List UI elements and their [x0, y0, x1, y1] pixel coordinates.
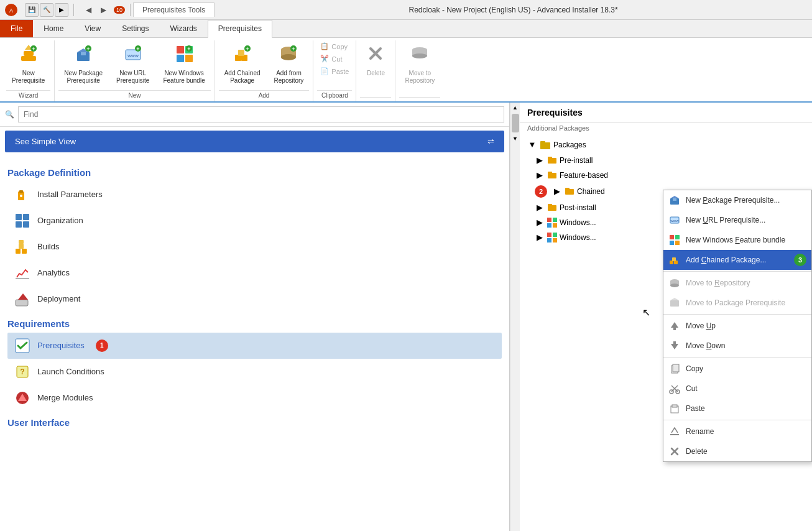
- merge-modules-label: Merge Modules: [37, 393, 93, 402]
- scroll-thumb[interactable]: [512, 114, 519, 132]
- postinstall-label: Post-install: [560, 203, 596, 212]
- nav-analytics[interactable]: Analytics: [7, 260, 502, 286]
- feature-based-icon: [547, 170, 557, 180]
- tab-home[interactable]: Home: [33, 20, 74, 37]
- wizard-buttons: + NewPrerequisite: [6, 40, 50, 90]
- separator-2: [130, 4, 131, 16]
- ctx-move-to-package[interactable]: Move to Package Prerequisite: [663, 293, 811, 313]
- tab-wizards[interactable]: Wizards: [160, 20, 208, 37]
- svg-rect-83: [672, 257, 676, 261]
- ctx-move-up[interactable]: Move Up: [663, 316, 811, 336]
- tab-file[interactable]: File: [0, 20, 33, 37]
- add-from-repository-button[interactable]: + Add fromRepository: [269, 40, 310, 88]
- forward-btn[interactable]: ▶: [96, 3, 110, 17]
- ctx-paste[interactable]: Paste: [663, 399, 811, 418]
- nav-merge-modules[interactable]: Merge Modules: [7, 385, 502, 411]
- ctx-new-windows-feature[interactable]: New Windows Feature bundle: [663, 230, 811, 250]
- tree-item-feature-based[interactable]: ▶ Feature-based: [520, 168, 812, 183]
- ctx-move-repo-icon: [668, 277, 681, 289]
- ctx-copy[interactable]: Copy: [663, 359, 811, 379]
- svg-rect-90: [673, 328, 676, 330]
- paste-button[interactable]: 📄 Paste: [317, 65, 352, 77]
- svg-rect-94: [673, 364, 679, 372]
- svg-rect-59: [548, 172, 552, 174]
- chained-icon: [565, 187, 574, 196]
- svg-rect-9: [81, 52, 86, 55]
- windows1-icon: [547, 218, 557, 228]
- user-interface-title: User Interface: [7, 417, 502, 428]
- copy-button[interactable]: 📋 Copy: [317, 40, 352, 52]
- svg-text:+: +: [32, 46, 35, 52]
- new-prerequisite-button[interactable]: + NewPrerequisite: [6, 40, 50, 88]
- svg-rect-16: [177, 46, 184, 53]
- ctx-delete[interactable]: Delete: [663, 441, 811, 461]
- add-chained-package-label: Add ChainedPackage: [224, 70, 261, 85]
- simple-view-button[interactable]: See Simple View ⇌: [5, 131, 504, 152]
- paste-icon: 📄: [320, 67, 329, 75]
- run-tool[interactable]: ▶: [55, 3, 68, 17]
- svg-rect-24: [238, 50, 244, 56]
- new-windows-feature-button[interactable]: + New WindowsFeature bundle: [157, 40, 210, 88]
- svg-rect-44: [16, 249, 21, 254]
- separator-1: [73, 4, 74, 16]
- scroll-up-btn[interactable]: ▲: [510, 103, 520, 113]
- build-tool[interactable]: 🔨: [40, 3, 53, 17]
- tree-item-packages[interactable]: ▼ Packages: [520, 137, 812, 153]
- ctx-new-url-prereq[interactable]: www New URL Prerequisite...: [663, 210, 811, 230]
- requirements-title: Requirements: [7, 318, 502, 329]
- ctx-delete-icon: [668, 445, 681, 458]
- scroll-down-btn[interactable]: ▼: [510, 134, 520, 144]
- save-tool[interactable]: 💾: [25, 3, 39, 17]
- svg-text:www: www: [127, 53, 139, 58]
- prerequisites-icon: [14, 337, 31, 354]
- delete-button[interactable]: Delete: [360, 40, 391, 80]
- delete-icon: [366, 44, 385, 68]
- move-to-repository-button[interactable]: Move toRepository: [399, 40, 440, 88]
- svg-marker-89: [671, 322, 678, 328]
- clipboard-small-group: 📋 Copy ✂️ Cut 📄 Paste: [317, 40, 352, 77]
- ctx-move-to-repo-label: Move to Repository: [686, 279, 750, 287]
- ctx-add-chained-package[interactable]: Add Chained Package... 3: [663, 250, 811, 270]
- search-input[interactable]: [18, 106, 504, 122]
- ctx-new-package-prereq[interactable]: New Package Prerequisite...: [663, 190, 811, 210]
- svg-rect-70: [547, 238, 551, 242]
- ribbon-group-delete: Delete: [356, 40, 395, 101]
- ctx-add-chained-badge: 3: [794, 254, 806, 266]
- svg-rect-80: [675, 241, 680, 245]
- nav-builds[interactable]: Builds: [7, 234, 502, 260]
- nav-install-parameters[interactable]: Install Parameters: [7, 182, 502, 208]
- ctx-cut[interactable]: Cut: [663, 379, 811, 399]
- ctx-cut-icon: [668, 382, 681, 395]
- ctx-move-to-repo[interactable]: Move to Repository: [663, 273, 811, 293]
- nav-prerequisites[interactable]: Prerequisites 1: [7, 333, 502, 359]
- ctx-move-down[interactable]: Move Down: [663, 336, 811, 356]
- tab-settings[interactable]: Settings: [111, 20, 159, 37]
- clipboard-buttons: 📋 Copy ✂️ Cut 📄 Paste: [317, 40, 352, 90]
- window-title: Redcloak - New Project (English US) - Ad…: [219, 6, 807, 14]
- nav-deployment[interactable]: Deployment: [7, 286, 502, 312]
- tab-view[interactable]: View: [74, 20, 111, 37]
- tab-prerequisites[interactable]: Prerequisites: [208, 20, 272, 38]
- notification-badge[interactable]: 10: [114, 6, 125, 14]
- svg-rect-78: [675, 235, 680, 239]
- new-prerequisite-icon: +: [19, 44, 39, 68]
- ribbon-content: + NewPrerequisite Wizard: [0, 38, 812, 101]
- nav-organization[interactable]: Organization: [7, 208, 502, 234]
- new-package-prereq-icon: +: [73, 44, 93, 68]
- svg-rect-2: [21, 56, 36, 61]
- back-btn[interactable]: ◀: [81, 3, 95, 17]
- cut-button[interactable]: ✂️ Cut: [317, 53, 352, 65]
- nav-launch-conditions[interactable]: ? Launch Conditions: [7, 359, 502, 385]
- new-url-prereq-button[interactable]: www + New URLPrerequisite: [111, 40, 155, 88]
- ctx-move-down-icon: [668, 339, 681, 352]
- tree-item-preinstall[interactable]: ▶ Pre-install: [520, 153, 812, 168]
- add-chained-package-button[interactable]: + Add ChainedPackage: [219, 40, 266, 88]
- ctx-rename[interactable]: Rename: [663, 422, 811, 441]
- svg-rect-47: [19, 240, 24, 244]
- ctx-sep-3: [663, 357, 811, 358]
- merge-modules-icon: [14, 389, 31, 407]
- svg-text:?: ?: [20, 367, 24, 376]
- ribbon-group-clipboard: 📋 Copy ✂️ Cut 📄 Paste Clipboard: [313, 40, 356, 101]
- new-package-prereq-button[interactable]: + New PackagePrerequisite: [58, 40, 108, 88]
- preinstall-expand-icon: ▶: [535, 155, 545, 165]
